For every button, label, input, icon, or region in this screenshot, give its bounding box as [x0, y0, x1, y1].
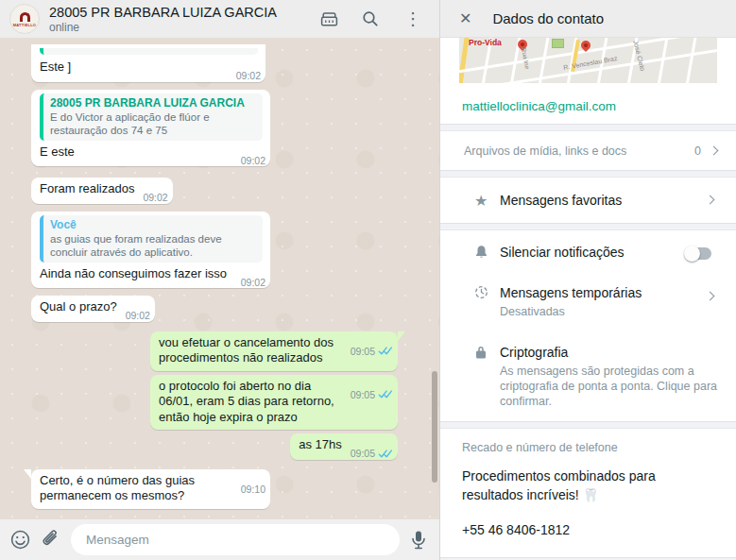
section-divider [440, 170, 736, 178]
message-text: Certo, é o número das guias permanecem o… [40, 473, 195, 503]
business-about-text: Procedimentos combinados para resultados… [462, 467, 719, 504]
message-composer [0, 519, 439, 560]
media-count: 0 [694, 144, 701, 158]
disappearing-messages-label: Mensagens temporárias [500, 285, 642, 300]
quote-author: 28005 PR BARBARA LUIZA GARCIA [50, 96, 256, 110]
encryption-description: As mensagens são protegidas com a cripto… [500, 364, 719, 409]
quote-text: as guias que foram realizadas deve concl… [50, 232, 256, 259]
quoted-message[interactable]: Você as guias que foram realizadas deve … [40, 215, 263, 263]
starred-messages-label: Mensagens favoritas [500, 193, 622, 208]
attach-paperclip-icon[interactable] [41, 530, 61, 551]
message-time: 09:05 [351, 387, 375, 403]
close-icon[interactable]: ✕ [459, 11, 471, 26]
quote-text: E do Victor a aplicação de flúor e resta… [50, 110, 256, 137]
encryption-label: Criptografia [500, 345, 568, 360]
map-park [552, 39, 564, 48]
message-text: E este [40, 144, 75, 159]
business-profile-section: Pro-Vida R. Venceslau Braz José Cleto Ru… [440, 38, 736, 124]
contact-status: online [49, 21, 319, 34]
about-section: Recado e número de telefone Procedimento… [440, 429, 736, 557]
microphone-icon[interactable] [409, 530, 428, 551]
message-bubble[interactable]: 09:05 vou efetuar o cancelamento dos pro… [150, 331, 398, 371]
contact-avatar[interactable]: MATTIELLO [9, 4, 40, 34]
message-text: Foram realizados [40, 181, 134, 195]
message-bubble[interactable]: 09:05 o protocolo foi aberto no dia 06/0… [150, 375, 398, 431]
menu-kebab-icon[interactable]: ⋮ [402, 10, 424, 27]
message-bubble[interactable]: 09:10 Certo, é o número das guias perman… [31, 469, 270, 509]
media-row-label: Arquivos de mídia, links e docs [464, 144, 694, 158]
chat-settings-section: Silenciar notificações Mensagens temporá… [440, 230, 736, 421]
encryption-row[interactable]: Criptografia As mensagens são protegidas… [440, 331, 736, 421]
message-time: 09:02 [241, 275, 265, 291]
message-text: vou efetuar o cancelamento dos procedime… [159, 335, 334, 365]
mute-notifications-row[interactable]: Silenciar notificações [440, 230, 736, 274]
quote-author: Você [50, 218, 256, 231]
message-bubble[interactable]: 09:02 Este ] [31, 44, 265, 82]
message-list: 09:02 Este ] 28005 PR BARBARA LUIZA GARC… [0, 38, 439, 519]
panel-header: ✕ Dados do contato [440, 0, 736, 38]
business-email-link[interactable]: mattielloclinica@gmail.com [462, 99, 616, 113]
message-time: 09:05 [351, 344, 375, 360]
search-icon[interactable] [362, 10, 379, 27]
message-text: o protocolo foi aberto no dia 06/01, era… [159, 379, 334, 424]
timer-icon [474, 284, 500, 319]
contact-name: 28005 PR BARBARA LUIZA GARCIA [49, 5, 319, 20]
message-input[interactable] [71, 524, 400, 555]
disappearing-messages-status: Desativadas [500, 304, 717, 319]
section-divider [440, 124, 736, 131]
message-text: Ainda não conseguimos fazer isso [40, 266, 227, 280]
chat-header: MATTIELLO 28005 PR BARBARA LUIZA GARCIA … [0, 0, 439, 38]
business-phone-number: +55 46 8406-1812 [462, 522, 713, 537]
panel-title: Dados do contato [492, 10, 604, 26]
about-section-label: Recado e número de telefone [462, 441, 713, 454]
message-time: 09:10 [241, 482, 265, 498]
message-bubble[interactable]: 28005 PR BARBARA LUIZA GARCIA E do Victo… [31, 90, 270, 167]
message-text: Este ] [40, 59, 71, 74]
message-text: Qual o prazo? [40, 299, 117, 314]
quoted-message[interactable] [40, 48, 258, 55]
contact-header-info[interactable]: 28005 PR BARBARA LUIZA GARCIA online [49, 5, 319, 34]
message-bubble[interactable]: 09:02 Qual o prazo? [31, 296, 155, 322]
bell-icon [474, 244, 500, 262]
business-location-map[interactable]: Pro-Vida R. Venceslau Braz José Cleto Ru… [459, 38, 717, 83]
message-time: 09:05 [351, 446, 375, 462]
message-bubble[interactable]: Você as guias que foram realizadas deve … [31, 212, 270, 289]
double-check-icon [378, 389, 393, 399]
media-links-docs-row[interactable]: Arquivos de mídia, links e docs 0 [440, 131, 736, 170]
lock-icon [474, 344, 500, 409]
chat-pane: MATTIELLO 28005 PR BARBARA LUIZA GARCIA … [0, 0, 440, 560]
chat-scrollbar-thumb[interactable] [432, 371, 437, 483]
contact-info-panel: ✕ Dados do contato Pro-Vida R. Venceslau… [440, 0, 736, 560]
section-divider [440, 421, 736, 429]
message-time: 09:02 [236, 68, 261, 84]
emoji-icon[interactable] [9, 529, 31, 551]
message-time: 09:02 [126, 308, 150, 324]
quoted-message[interactable]: 28005 PR BARBARA LUIZA GARCIA E do Victo… [40, 93, 263, 141]
mute-toggle[interactable] [686, 247, 711, 260]
message-bubble[interactable]: 09:05 as 17hs [290, 433, 398, 460]
message-time: 09:02 [143, 190, 167, 206]
message-time: 09:02 [241, 153, 265, 169]
avatar-logo-text: MATTIELLO [13, 23, 36, 27]
whatsapp-web-app: MATTIELLO 28005 PR BARBARA LUIZA GARCIA … [0, 0, 736, 560]
starred-messages-row[interactable]: ★ Mensagens favoritas [440, 178, 736, 223]
double-check-icon [378, 449, 393, 459]
double-check-icon [378, 346, 393, 356]
star-icon: ★ [474, 193, 488, 209]
disappearing-messages-row[interactable]: Mensagens temporárias Desativadas [440, 274, 736, 331]
message-text: as 17hs [299, 437, 342, 451]
message-bubble[interactable]: 09:02 Foram realizados [31, 178, 173, 204]
clinic-logo-icon [20, 12, 30, 22]
catalog-box-icon[interactable] [319, 10, 339, 28]
mute-notifications-label: Silenciar notificações [500, 245, 625, 260]
chevron-right-icon [710, 146, 719, 156]
section-divider [440, 223, 736, 230]
map-label-place: Pro-Vida [469, 38, 502, 47]
